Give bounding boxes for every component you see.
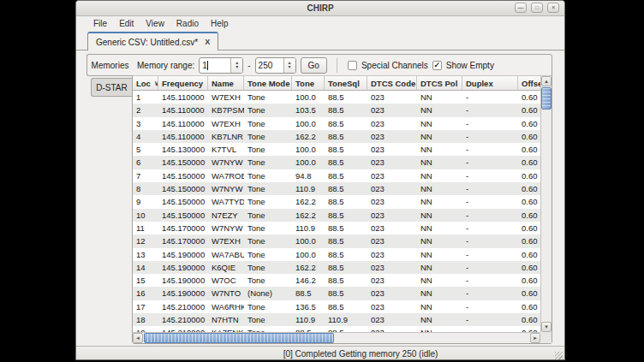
memory-cell[interactable]: 88.5 xyxy=(325,169,367,182)
memory-cell[interactable]: Tone xyxy=(244,234,292,247)
side-tab-memories[interactable]: Memories xyxy=(86,54,133,76)
memory-cell[interactable]: Tone xyxy=(244,117,292,130)
memory-cell[interactable]: W7NYW xyxy=(208,222,244,234)
memory-row[interactable]: 6145.150000W7NYWTone100.088.5023NN-0.60 xyxy=(133,156,540,169)
memory-cell[interactable]: Tone xyxy=(244,104,292,116)
memory-cell[interactable]: 145.170000 xyxy=(158,222,208,234)
memory-cell[interactable]: NN xyxy=(417,300,462,313)
memory-cell[interactable]: 145.130000 xyxy=(158,143,208,156)
memory-cell[interactable]: 88.5 xyxy=(325,156,367,169)
memory-cell[interactable]: 88.5 xyxy=(292,287,325,300)
memory-cell[interactable]: - xyxy=(462,117,518,130)
column-header-dtcs-code[interactable]: DTCS Code xyxy=(367,76,417,91)
memory-cell[interactable]: 88.5 xyxy=(325,222,367,234)
memory-cell[interactable]: - xyxy=(462,169,518,182)
memory-cell[interactable]: 1 xyxy=(133,91,158,104)
memory-cell[interactable]: 88.5 xyxy=(325,117,367,130)
memory-cell[interactable]: 145.170000 xyxy=(158,234,208,247)
memory-cell[interactable]: 0.60 xyxy=(518,287,540,300)
memory-cell[interactable]: W7OC xyxy=(208,274,244,287)
memory-cell[interactable]: 145.150000 xyxy=(158,195,208,208)
menu-radio[interactable]: Radio xyxy=(171,18,204,29)
memory-cell[interactable]: KB7LNR xyxy=(208,130,244,143)
memory-row[interactable]: 2145.110000KB7PSMTone103.588.5023NN-0.60 xyxy=(133,104,540,116)
memory-cell[interactable]: Tone xyxy=(244,222,292,234)
memory-cell[interactable]: 5 xyxy=(133,143,158,156)
memory-range-end-spinner[interactable]: ▴ ▾ xyxy=(283,58,295,73)
resize-grip[interactable] xyxy=(555,352,563,359)
memory-cell[interactable]: 145.110000 xyxy=(158,117,208,130)
memory-row[interactable]: 14145.190000K6QIETone162.288.5023NN-0.60 xyxy=(133,261,540,274)
memory-row[interactable]: 16145.190000W7NTO(None)88.588.5023NN-0.6… xyxy=(133,287,540,300)
memory-cell[interactable]: 100.0 xyxy=(292,248,325,261)
memory-cell[interactable]: WA6RHK xyxy=(208,300,244,313)
memory-cell[interactable]: 023 xyxy=(367,143,417,156)
minimize-button[interactable]: — xyxy=(515,3,527,13)
horizontal-scrollbar-thumb[interactable] xyxy=(144,333,334,343)
memory-cell[interactable]: 023 xyxy=(367,91,417,104)
memory-cell[interactable]: NN xyxy=(417,195,462,208)
memory-cell[interactable]: 110.9 xyxy=(292,313,325,326)
memory-cell[interactable]: 023 xyxy=(367,195,417,208)
memory-cell[interactable]: 110.9 xyxy=(325,313,367,326)
memory-cell[interactable]: - xyxy=(462,182,518,195)
memory-cell[interactable]: - xyxy=(462,91,518,104)
scroll-down-icon[interactable]: ▾ xyxy=(541,322,552,332)
vertical-scrollbar[interactable]: ▴ ▾ xyxy=(540,76,552,332)
maximize-button[interactable]: □ xyxy=(531,3,543,13)
memory-cell[interactable]: 145.150000 xyxy=(158,169,208,182)
memory-cell[interactable]: 12 xyxy=(133,234,158,247)
memory-cell[interactable]: Tone xyxy=(244,143,292,156)
memory-cell[interactable]: - xyxy=(462,222,518,234)
memory-cell[interactable]: 023 xyxy=(367,104,417,116)
memory-cell[interactable]: 162.2 xyxy=(292,209,325,222)
memory-cell[interactable]: 023 xyxy=(367,326,417,332)
spin-down-icon[interactable]: ▾ xyxy=(236,65,238,69)
memory-cell[interactable]: 88.5 xyxy=(325,91,367,104)
memory-cell[interactable]: - xyxy=(462,274,518,287)
memory-row[interactable]: 10145.150000N7EZYTone162.288.5023NN-0.60 xyxy=(133,209,540,222)
menu-help[interactable]: Help xyxy=(206,18,234,29)
memory-cell[interactable]: 145.210000 xyxy=(158,326,208,332)
memory-cell[interactable]: W7EXH xyxy=(208,234,244,247)
memory-cell[interactable]: NN xyxy=(417,91,462,104)
close-button[interactable]: × xyxy=(547,3,559,13)
memory-cell[interactable]: - xyxy=(462,143,518,156)
column-header-loc[interactable]: Loc∨ xyxy=(133,76,158,91)
memory-cell[interactable]: 0.60 xyxy=(518,104,540,116)
memory-cell[interactable]: NN xyxy=(417,326,462,332)
memory-cell[interactable]: 11 xyxy=(133,222,158,234)
column-header-dtcs-pol[interactable]: DTCS Pol xyxy=(417,76,462,91)
memory-cell[interactable]: NN xyxy=(417,222,462,234)
memory-cell[interactable]: 6 xyxy=(133,156,158,169)
memory-cell[interactable]: - xyxy=(462,156,518,169)
memory-cell[interactable]: 0.60 xyxy=(518,91,540,104)
column-header-frequency[interactable]: Frequency xyxy=(158,76,208,91)
memory-cell[interactable]: 19 xyxy=(133,326,158,332)
memory-cell[interactable]: W7NYW xyxy=(208,156,244,169)
memory-cell[interactable]: Tone xyxy=(244,300,292,313)
memory-cell[interactable]: 88.5 xyxy=(325,274,367,287)
memory-cell[interactable]: NN xyxy=(417,209,462,222)
memory-row[interactable]: 17145.210000WA6RHKTone136.588.5023NN-0.6… xyxy=(133,300,540,313)
memory-cell[interactable]: Tone xyxy=(244,130,292,143)
memory-cell[interactable]: Tone xyxy=(244,91,292,104)
memory-cell[interactable]: 88.5 xyxy=(325,209,367,222)
memory-cell[interactable]: 145.110000 xyxy=(158,130,208,143)
memory-cell[interactable]: - xyxy=(462,248,518,261)
memory-cell[interactable]: 10 xyxy=(133,209,158,222)
memory-cell[interactable]: 023 xyxy=(367,156,417,169)
memory-cell[interactable]: Tone xyxy=(244,261,292,274)
memory-cell[interactable]: 162.2 xyxy=(292,195,325,208)
show-empty-checkbox[interactable]: ✓ Show Empty xyxy=(432,61,494,70)
memory-cell[interactable]: NN xyxy=(417,261,462,274)
memory-cell[interactable]: NN xyxy=(417,169,462,182)
memory-row[interactable]: 7145.150000WA7ROBTone94.888.5023NN-0.60 xyxy=(133,169,540,182)
memory-cell[interactable]: 145.190000 xyxy=(158,287,208,300)
memory-range-start-input[interactable]: 1 ▴ ▾ xyxy=(199,57,243,74)
memory-cell[interactable]: 0.60 xyxy=(518,130,540,143)
memory-row[interactable]: 8145.150000W7NYWTone110.988.5023NN-0.60 xyxy=(133,182,540,195)
memory-cell[interactable]: 17 xyxy=(133,300,158,313)
memory-cell[interactable]: WA7ROB xyxy=(208,169,244,182)
memory-row[interactable]: 13145.190000WA7ABUTone100.088.5023NN-0.6… xyxy=(133,248,540,261)
